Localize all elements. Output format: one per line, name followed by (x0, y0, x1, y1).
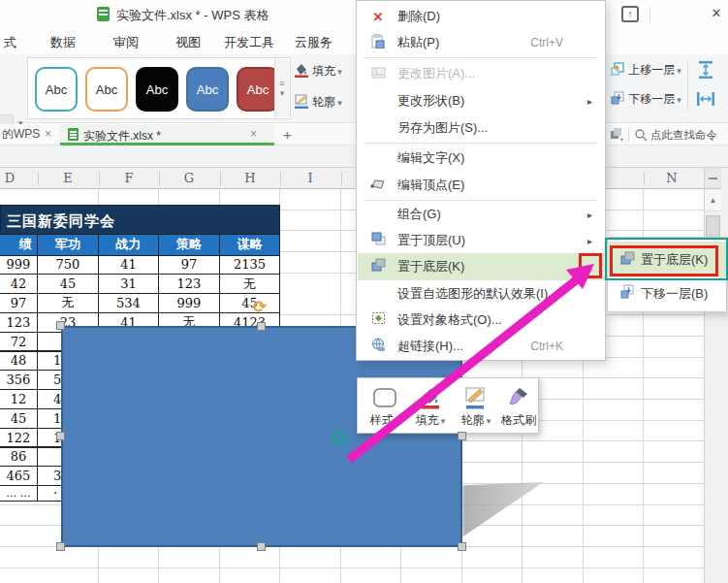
scroll-up-button[interactable]: ▲ (705, 190, 721, 211)
menu-item-set-autoshape-defaults[interactable]: 设置自选图形的默认效果(I) (358, 280, 604, 308)
close-button[interactable]: ✕ (706, 4, 727, 23)
shape-style-black[interactable]: Abc (136, 67, 178, 112)
column-header-i[interactable]: I (307, 171, 312, 185)
handle-bottom-left[interactable] (56, 542, 65, 551)
table-cell[interactable]: 48 (0, 351, 38, 372)
find-command-label[interactable]: 点此查找命令 (650, 128, 717, 143)
tab-review[interactable]: 审阅 (113, 34, 139, 51)
table-header-cell[interactable]: 绩 (0, 234, 38, 256)
scrollbar-split-handle[interactable] (705, 168, 721, 189)
handle-bottom-right[interactable] (458, 542, 466, 551)
active-tab-label: 实验文件.xlsx * (83, 128, 161, 145)
column-header-d[interactable]: D (5, 171, 15, 185)
maximize-button[interactable] (683, 4, 705, 23)
table-cell[interactable]: 45 (0, 408, 38, 429)
submenu-arrow-icon: ▸ (587, 210, 592, 220)
table-header-cell[interactable]: 战力 (99, 234, 159, 256)
table-header-cell[interactable]: 军功 (38, 234, 99, 256)
distribute-vertical-button[interactable] (696, 60, 715, 83)
outline-button-mini[interactable]: 轮廓▾ (455, 382, 497, 431)
vertical-scrollbar[interactable]: ▲ (704, 168, 721, 583)
column-header-n[interactable]: N (666, 171, 677, 185)
table-cell[interactable]: 122 (0, 428, 38, 448)
tab-view[interactable]: 视图 (175, 34, 201, 51)
menu-item-format-object[interactable]: 设置对象格式(O)... (358, 307, 604, 334)
left-tab-close-icon[interactable]: × (45, 127, 51, 141)
table-cell[interactable]: 123 (159, 274, 220, 294)
handle-bottom-middle[interactable] (257, 542, 266, 551)
gallery-more-button[interactable]: ≡ ▾ (274, 59, 289, 117)
fill-button-mini[interactable]: 填充▾ (409, 382, 452, 431)
table-cell[interactable]: 86 (0, 447, 38, 468)
send-backward-button[interactable]: 下移一层▾ (611, 91, 681, 108)
handle-middle-left[interactable] (56, 432, 65, 440)
column-header-g[interactable]: G (184, 171, 194, 185)
outline-button[interactable]: 轮廓▾ (294, 93, 342, 111)
table-cell[interactable]: 97 (159, 255, 220, 275)
column-header-f[interactable]: F (124, 171, 133, 185)
menu-item-send-to-back[interactable]: 置于底层(K) ▸ (358, 253, 604, 280)
table-cell[interactable]: 41 (99, 255, 159, 275)
table-cell[interactable]: 31 (99, 274, 159, 294)
table-cell[interactable]: 999 (159, 293, 220, 313)
submenu-item-send-backward[interactable]: 下移一层(B) (608, 277, 726, 309)
new-tab-button[interactable]: + (283, 126, 292, 143)
table-cell[interactable]: 45 (220, 293, 280, 313)
handle-top-middle[interactable] (257, 322, 266, 331)
menu-item-edit-points[interactable]: 编辑顶点(E) (358, 172, 604, 199)
restore-up-icon[interactable]: ↑ (621, 6, 639, 22)
table-cell[interactable]: 无 (220, 274, 280, 294)
shape-style-orange[interactable]: Abc (85, 67, 128, 112)
table-header-cell[interactable]: 策略 (159, 234, 220, 256)
table-cell[interactable]: 42 (0, 274, 38, 294)
menu-item-hyperlink[interactable]: 超链接(H)... Ctrl+K (358, 333, 604, 360)
table-cell[interactable]: 72 (0, 332, 38, 352)
table-cell[interactable]: 12 (0, 389, 38, 409)
menu-item-delete[interactable]: ✕ 删除(D) (358, 3, 604, 30)
format-painter-button[interactable]: 格式刷 (497, 382, 540, 431)
menu-item-save-as-picture[interactable]: 另存为图片(S)... (358, 114, 604, 142)
shape-style-red[interactable]: Abc (237, 67, 279, 112)
handle-top-left[interactable] (56, 321, 65, 330)
distribute-horizontal-button[interactable] (696, 89, 715, 113)
table-cell[interactable]: 无 (38, 293, 99, 313)
fill-button[interactable]: 填充▾ (294, 62, 342, 80)
tab-cloud[interactable]: 云服务 (295, 34, 332, 51)
column-header-h[interactable]: H (244, 171, 255, 185)
menu-item-edit-text[interactable]: 编辑文字(X) (358, 145, 604, 172)
tab-developer[interactable]: 开发工具 (224, 34, 274, 51)
tab-data[interactable]: 数据 (50, 34, 76, 51)
table-cell[interactable]: 999 (0, 255, 38, 275)
handle-middle-right[interactable] (458, 432, 466, 440)
table-cell[interactable]: 750 (38, 255, 99, 275)
menu-item-paste[interactable]: 粘贴(P) Ctrl+V (358, 29, 604, 56)
caret-down-icon: ▾ (677, 95, 681, 105)
hyperlink-icon (366, 338, 390, 356)
table-cell[interactable]: 123 (0, 312, 38, 333)
tab-active-document[interactable]: 实验文件.xlsx * × (60, 124, 274, 146)
menu-item-bring-to-front[interactable]: 置于顶层(U) ▸ (358, 227, 604, 254)
style-button[interactable]: 样式▾ (364, 382, 406, 431)
column-header-e[interactable]: E (63, 171, 73, 185)
table-cell[interactable]: 97 (0, 293, 38, 313)
table-cell[interactable]: 534 (99, 293, 159, 313)
table-cell[interactable]: 356 (0, 370, 38, 390)
table-header-cell[interactable]: 谋略 (220, 234, 280, 256)
minimize-button[interactable] (661, 4, 682, 23)
tab-formulas[interactable]: 式 (4, 34, 16, 51)
table-cell[interactable]: 45 (38, 274, 99, 294)
table-cell[interactable]: 465 (0, 466, 38, 486)
outline-pen-icon (294, 93, 309, 109)
active-tab-close-icon[interactable]: × (250, 127, 257, 141)
tab-wps-home[interactable]: 的WPS (2, 126, 40, 146)
shape-style-blue[interactable]: Abc (186, 67, 229, 112)
table-cell[interactable]: 2135 (220, 255, 280, 275)
shape-style-teal[interactable]: Abc (35, 67, 78, 112)
menu-item-change-shape[interactable]: 更改形状(B) ▸ (358, 87, 604, 114)
rotate-handle[interactable]: ⟳ (253, 297, 267, 317)
table-cell[interactable]: … … (0, 485, 38, 502)
menu-item-group[interactable]: 组合(G) ▸ (358, 201, 604, 228)
menu-item-change-picture[interactable]: 更改图片(A)... (358, 60, 604, 87)
bring-forward-button[interactable]: 上移一层▾ (611, 62, 681, 79)
submenu-item-send-to-back[interactable]: 置于底层(K) (608, 242, 726, 277)
